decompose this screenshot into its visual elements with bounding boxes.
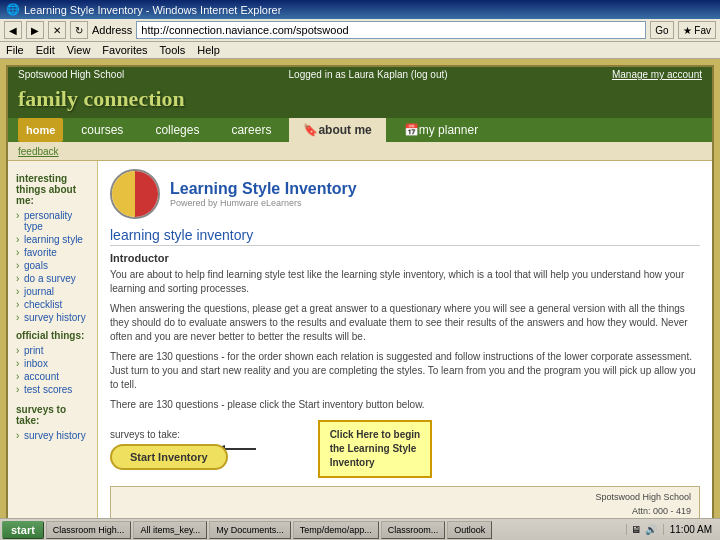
- forward-button[interactable]: ▶: [26, 21, 44, 39]
- taskbar-items: Classroom High... All items_key... My Do…: [46, 521, 624, 539]
- address-label: Address: [92, 24, 132, 36]
- manage-account-link[interactable]: Manage my account: [612, 69, 702, 80]
- sidebar-link-print[interactable]: print: [16, 344, 89, 357]
- title-bar: 🌐 Learning Style Inventory - Windows Int…: [0, 0, 720, 19]
- site-title: family connection: [18, 86, 702, 112]
- start-btn-wrapper: Start Inventory: [110, 444, 228, 470]
- main-container: Spotswood High School Logged in as Laura…: [6, 65, 714, 521]
- menu-favorites[interactable]: Favorites: [102, 44, 147, 56]
- sidebar-link-learning-style[interactable]: learning style: [16, 233, 89, 246]
- menu-help[interactable]: Help: [197, 44, 220, 56]
- start-button[interactable]: start: [2, 521, 44, 539]
- callout-line2: the Learning Style: [330, 442, 421, 456]
- intro-para2: When answering the questions, please get…: [110, 302, 700, 344]
- callout-box: Click Here to begin the Learning Style I…: [318, 420, 433, 478]
- sidebar-link-surveys-history[interactable]: survey history: [16, 429, 89, 442]
- menu-tools[interactable]: Tools: [160, 44, 186, 56]
- sidebar-official-title: official things:: [16, 330, 89, 341]
- taskbar-tray: 🖥 🔊: [626, 524, 661, 535]
- sidebar: interesting things about me: personality…: [8, 161, 98, 519]
- toolbar: ◀ ▶ ✕ ↻ Address Go ★ Fav: [0, 19, 720, 42]
- go-button[interactable]: Go: [650, 21, 673, 39]
- address-bar: Address: [92, 21, 646, 39]
- menu-file[interactable]: File: [6, 44, 24, 56]
- intro-para4: There are 130 questions - please click t…: [110, 398, 700, 412]
- site-header: family connection: [8, 82, 712, 118]
- intro-para3: There are 130 questions - for the order …: [110, 350, 700, 392]
- window-title: Learning Style Inventory - Windows Inter…: [24, 4, 281, 16]
- logged-in-status: Logged in as Laura Kaplan (log out): [289, 69, 448, 80]
- taskbar-item-4[interactable]: Classroom...: [381, 521, 446, 539]
- nav-courses[interactable]: courses: [67, 118, 137, 142]
- back-button[interactable]: ◀: [4, 21, 22, 39]
- address-line2: Attn: 000 - 419: [119, 505, 691, 519]
- sidebar-link-test-scores[interactable]: test scores: [16, 383, 89, 396]
- sidebar-link-personality[interactable]: personality type: [16, 209, 89, 233]
- sidebar-link-inbox[interactable]: inbox: [16, 357, 89, 370]
- menu-edit[interactable]: Edit: [36, 44, 55, 56]
- sidebar-link-goals[interactable]: goals: [16, 259, 89, 272]
- menu-bar: File Edit View Favorites Tools Help: [0, 42, 720, 59]
- nav-about-me[interactable]: 🔖 about me: [289, 118, 385, 142]
- callout-line1: Click Here to begin: [330, 428, 421, 442]
- nav-bar: home courses colleges careers 🔖 about me…: [8, 118, 712, 142]
- feedback-link[interactable]: feedback: [18, 146, 59, 157]
- intro-heading: Introductor: [110, 252, 700, 264]
- sidebar-surveys-title: surveys to take:: [16, 404, 89, 426]
- taskbar-item-5[interactable]: Outlook: [447, 521, 492, 539]
- address-info-box: Spotswood High School Attn: 000 - 419 11…: [110, 486, 700, 519]
- content-area: interesting things about me: personality…: [8, 161, 712, 519]
- page-wrapper: Spotswood High School Logged in as Laura…: [0, 59, 720, 527]
- bookmark-icon: 🔖: [303, 123, 318, 137]
- planner-icon: 📅: [404, 123, 419, 137]
- taskbar-item-0[interactable]: Classroom High...: [46, 521, 132, 539]
- arrow-container: Click Here to begin the Learning Style I…: [208, 420, 433, 478]
- survey-row: surveys to take: Start Inventory: [110, 420, 700, 478]
- intro-para1: You are about to help find learning styl…: [110, 268, 700, 296]
- nav-sub: feedback: [8, 142, 712, 161]
- browser-icon: 🌐: [6, 3, 20, 16]
- nav-colleges[interactable]: colleges: [141, 118, 213, 142]
- sidebar-link-favorite[interactable]: favorite: [16, 246, 89, 259]
- nav-my-planner[interactable]: 📅 my planner: [390, 118, 492, 142]
- sidebar-link-checklist[interactable]: checklist: [16, 298, 89, 311]
- callout-line3: Inventory: [330, 456, 421, 470]
- main-content: Learning Style Inventory Powered by Humw…: [98, 161, 712, 519]
- lsi-title-block: Learning Style Inventory Powered by Humw…: [170, 180, 357, 208]
- sidebar-link-survey-history[interactable]: survey history: [16, 311, 89, 324]
- lsi-logo: [110, 169, 160, 219]
- powered-by: Powered by Humware eLearners: [170, 198, 357, 208]
- taskbar-item-1[interactable]: All items_key...: [133, 521, 207, 539]
- sidebar-link-account[interactable]: account: [16, 370, 89, 383]
- sidebar-link-journal[interactable]: journal: [16, 285, 89, 298]
- browser-window: 🌐 Learning Style Inventory - Windows Int…: [0, 0, 720, 540]
- sidebar-link-do-survey[interactable]: do a survey: [16, 272, 89, 285]
- network-icon: 🖥: [631, 524, 641, 535]
- address-input[interactable]: [136, 21, 646, 39]
- section-heading: learning style inventory: [110, 227, 700, 246]
- favorites-button[interactable]: ★ Fav: [678, 21, 716, 39]
- taskbar-item-3[interactable]: Temp/demo/app...: [293, 521, 379, 539]
- taskbar-item-2[interactable]: My Documents...: [209, 521, 291, 539]
- sidebar-interesting-title: interesting things about me:: [16, 173, 89, 206]
- nav-home[interactable]: home: [18, 118, 63, 142]
- stop-button[interactable]: ✕: [48, 21, 66, 39]
- volume-icon: 🔊: [645, 524, 657, 535]
- top-bar: Spotswood High School Logged in as Laura…: [8, 67, 712, 82]
- address-line1: Spotswood High School: [119, 491, 691, 505]
- menu-view[interactable]: View: [67, 44, 91, 56]
- refresh-button[interactable]: ↻: [70, 21, 88, 39]
- logo-right: [135, 171, 158, 217]
- nav-careers[interactable]: careers: [217, 118, 285, 142]
- taskbar: start Classroom High... All items_key...…: [0, 518, 720, 540]
- lsi-main-title: Learning Style Inventory: [170, 180, 357, 198]
- lsi-header: Learning Style Inventory Powered by Humw…: [110, 169, 700, 219]
- logo-left: [112, 171, 135, 217]
- taskbar-time: 11:00 AM: [663, 524, 718, 535]
- start-inventory-button[interactable]: Start Inventory: [110, 444, 228, 470]
- school-name: Spotswood High School: [18, 69, 124, 80]
